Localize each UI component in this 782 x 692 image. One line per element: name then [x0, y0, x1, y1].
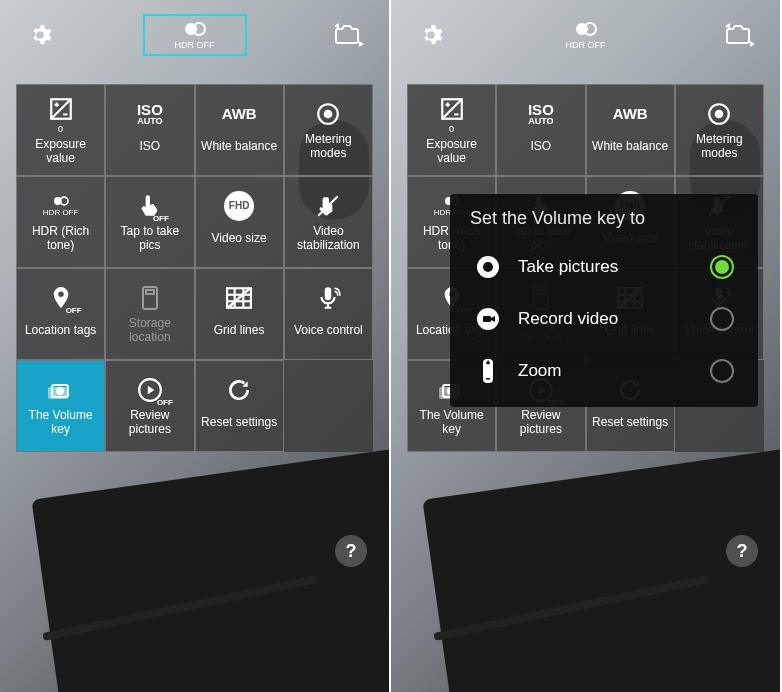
- radio-unselected[interactable]: [710, 359, 734, 383]
- cell-location-tags[interactable]: OFF Location tags: [16, 268, 105, 360]
- radio-unselected[interactable]: [710, 307, 734, 331]
- svg-rect-49: [487, 361, 489, 365]
- top-bar: HDR OFF: [391, 0, 780, 70]
- radio-selected[interactable]: [710, 255, 734, 279]
- exposure-sub: 0: [449, 124, 454, 134]
- svg-point-25: [716, 111, 723, 118]
- hdr-label: HDR OFF: [566, 40, 606, 50]
- svg-rect-45: [483, 316, 491, 322]
- settings-grid: 0 Exposure value ISO AUTO ISO AWB White …: [16, 84, 373, 452]
- svg-line-15: [228, 288, 250, 308]
- cell-reset-settings[interactable]: Reset settings: [195, 360, 284, 452]
- cell-voice-control[interactable]: Voice control: [284, 268, 373, 360]
- top-bar: HDR OFF: [0, 0, 389, 70]
- switch-camera-icon[interactable]: [720, 15, 760, 55]
- metering-label: Metering modes: [289, 133, 368, 161]
- volume-key-icon: [46, 375, 76, 405]
- white-balance-label: White balance: [201, 133, 277, 161]
- cell-video-size[interactable]: FHD Video size: [195, 176, 284, 268]
- iso-label: ISO: [531, 133, 552, 161]
- volume-key-label: The Volume key: [21, 409, 100, 437]
- review-label: Review pictures: [110, 409, 189, 437]
- bg-laptop: [31, 447, 391, 692]
- exposure-icon: [48, 94, 74, 124]
- hdr-rich-icon: HDR OFF: [43, 191, 79, 221]
- cell-hdr-rich-tone[interactable]: HDR OFF HDR (Rich tone): [16, 176, 105, 268]
- voice-icon: [315, 283, 341, 313]
- metering-label: Metering modes: [680, 133, 759, 161]
- cell-white-balance[interactable]: AWB White balance: [586, 84, 675, 176]
- camera-icon: [474, 253, 502, 281]
- option-take-pictures[interactable]: Take pictures: [466, 241, 742, 293]
- settings-icon[interactable]: [411, 15, 451, 55]
- cell-white-balance[interactable]: AWB White balance: [195, 84, 284, 176]
- volume-key-dialog: Set the Volume key to Take pictures Reco…: [450, 194, 758, 407]
- option-record-video[interactable]: Record video: [466, 293, 742, 345]
- hdr-toggle[interactable]: HDR OFF: [143, 14, 247, 56]
- cell-empty: [284, 360, 373, 452]
- iso-icon: ISO AUTO: [137, 99, 163, 129]
- hdr-toggle[interactable]: HDR OFF: [534, 14, 638, 56]
- exposure-label: Exposure value: [21, 138, 100, 166]
- gridlines-label: Grid lines: [214, 317, 265, 345]
- iso-label: ISO: [140, 133, 161, 161]
- hdr-icon: [572, 20, 600, 38]
- gridlines-icon: [226, 283, 252, 313]
- svg-rect-16: [325, 287, 332, 300]
- help-button[interactable]: ?: [335, 535, 367, 567]
- location-icon: OFF: [50, 283, 72, 313]
- hdr-icon: [181, 20, 209, 38]
- iso-icon: ISO AUTO: [528, 99, 554, 129]
- option-label: Take pictures: [518, 257, 694, 277]
- cell-video-stabilization[interactable]: Video stabilization: [284, 176, 373, 268]
- metering-icon: [706, 99, 732, 129]
- tap-label: Tap to take pics: [110, 225, 189, 253]
- svg-rect-48: [486, 378, 490, 380]
- svg-rect-19: [48, 387, 68, 399]
- left-screenshot: HDR OFF 0 Exposure value ISO AUTO ISO AW…: [0, 0, 391, 692]
- cell-review-pictures[interactable]: OFF Review pictures: [105, 360, 194, 452]
- dialog-title: Set the Volume key to: [466, 208, 742, 229]
- storage-icon: [140, 283, 160, 313]
- right-screenshot: HDR OFF 0 Exposure value ISO AUTO ISO AW…: [391, 0, 782, 692]
- cell-tap-to-take-pics[interactable]: OFF Tap to take pics: [105, 176, 194, 268]
- cell-metering-modes[interactable]: Metering modes: [675, 84, 764, 176]
- option-zoom[interactable]: Zoom: [466, 345, 742, 397]
- review-label: Review pictures: [501, 409, 580, 437]
- exposure-sub: 0: [58, 124, 63, 134]
- svg-point-43: [483, 262, 493, 272]
- storage-label: Storage location: [110, 317, 189, 345]
- reset-icon: [226, 375, 252, 405]
- cell-exposure-value[interactable]: 0 Exposure value: [407, 84, 496, 176]
- cell-iso[interactable]: ISO AUTO ISO: [496, 84, 585, 176]
- metering-icon: [315, 99, 341, 129]
- review-icon: OFF: [137, 375, 163, 405]
- reset-label: Reset settings: [201, 409, 277, 437]
- exposure-icon: [439, 94, 465, 124]
- cell-iso[interactable]: ISO AUTO ISO: [105, 84, 194, 176]
- location-label: Location tags: [25, 317, 96, 345]
- video-size-icon: FHD: [224, 191, 254, 221]
- settings-icon[interactable]: [20, 15, 60, 55]
- volume-key-label: The Volume key: [412, 409, 491, 437]
- awb-icon: AWB: [222, 99, 257, 129]
- hdr-label: HDR OFF: [175, 40, 215, 50]
- cell-exposure-value[interactable]: 0 Exposure value: [16, 84, 105, 176]
- zoom-icon: [474, 357, 502, 385]
- cell-storage-location: Storage location: [105, 268, 194, 360]
- help-button[interactable]: ?: [726, 535, 758, 567]
- hdr-rich-label: HDR (Rich tone): [21, 225, 100, 253]
- voice-label: Voice control: [294, 317, 363, 345]
- stabilization-label: Video stabilization: [289, 225, 368, 253]
- reset-label: Reset settings: [592, 409, 668, 437]
- video-icon: [474, 305, 502, 333]
- switch-camera-icon[interactable]: [329, 15, 369, 55]
- option-label: Record video: [518, 309, 694, 329]
- cell-volume-key[interactable]: The Volume key: [16, 360, 105, 452]
- svg-rect-9: [146, 290, 154, 294]
- cell-metering-modes[interactable]: Metering modes: [284, 84, 373, 176]
- bg-laptop: [422, 447, 782, 692]
- tap-icon: OFF: [137, 191, 163, 221]
- cell-grid-lines[interactable]: Grid lines: [195, 268, 284, 360]
- awb-icon: AWB: [613, 99, 648, 129]
